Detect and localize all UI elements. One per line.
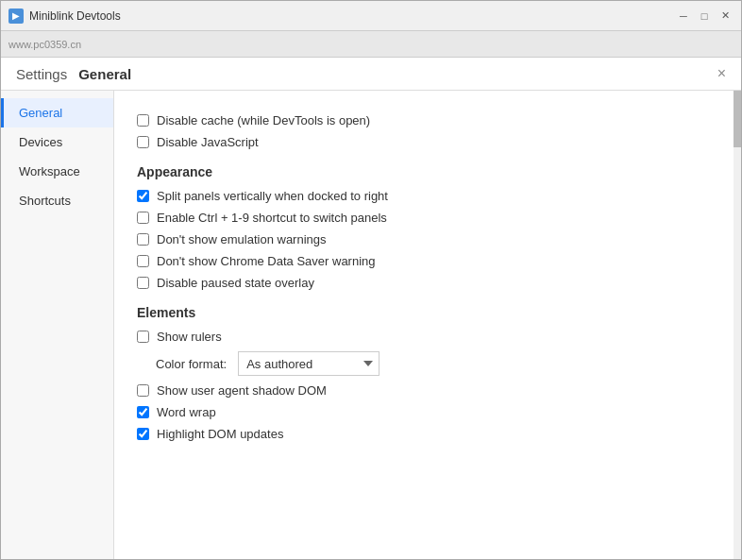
checkbox-row-shadow-dom: Show user agent shadow DOM [137, 383, 711, 398]
title-bar-left: ▶ Miniblink Devtools [8, 8, 121, 24]
header-bar: Settings General × [1, 58, 741, 91]
disable-cache-checkbox[interactable] [137, 114, 149, 127]
devtools-window: ▶ Miniblink Devtools ─ □ ✕ www.pc0359.cn… [0, 0, 742, 560]
sidebar-item-shortcuts-label: Shortcuts [19, 194, 71, 208]
checkbox-row-data-saver-warning: Don't show Chrome Data Saver warning [137, 254, 711, 268]
checkbox-row-split-panels: Split panels vertically when docked to r… [137, 189, 711, 203]
data-saver-warning-checkbox[interactable] [137, 255, 149, 267]
highlight-dom-label[interactable]: Highlight DOM updates [157, 427, 283, 441]
header-close-button[interactable]: × [717, 65, 726, 82]
checkbox-row-disable-cache: Disable cache (while DevTools is open) [137, 113, 711, 127]
sidebar: General Devices Workspace Shortcuts [1, 91, 114, 559]
appearance-section-title: Appearance [137, 164, 711, 179]
checkbox-row-word-wrap: Word wrap [137, 405, 711, 419]
disable-js-label[interactable]: Disable JavaScript [157, 135, 259, 149]
main-content: Disable cache (while DevTools is open) D… [114, 91, 734, 559]
sidebar-item-general-label: General [19, 106, 62, 120]
data-saver-warning-label[interactable]: Don't show Chrome Data Saver warning [157, 254, 376, 268]
title-bar-controls: ─ □ ✕ [675, 8, 734, 24]
color-format-label: Color format: [156, 357, 227, 371]
checkbox-row-disable-js: Disable JavaScript [137, 135, 711, 149]
word-wrap-label[interactable]: Word wrap [157, 405, 216, 419]
scrollbar-track [734, 91, 741, 559]
color-format-row: Color format: As authored HEX RGB HSL [137, 351, 711, 376]
sidebar-item-general[interactable]: General [1, 98, 113, 127]
title-bar: ▶ Miniblink Devtools ─ □ ✕ [1, 1, 741, 31]
checkbox-row-ctrl-shortcut: Enable Ctrl + 1-9 shortcut to switch pan… [137, 211, 711, 225]
page-title: General [78, 66, 131, 82]
minimize-button[interactable]: ─ [675, 8, 692, 24]
ctrl-shortcut-checkbox[interactable] [137, 212, 149, 224]
sidebar-item-workspace-label: Workspace [19, 164, 80, 178]
disable-js-checkbox[interactable] [137, 136, 149, 148]
settings-label: Settings [16, 66, 67, 82]
window-close-button[interactable]: ✕ [717, 8, 734, 24]
scrollbar-thumb[interactable] [734, 91, 741, 147]
checkbox-row-show-rulers: Show rulers [137, 330, 711, 344]
sidebar-item-devices-label: Devices [19, 135, 62, 149]
content-area: General Devices Workspace Shortcuts Disa… [1, 91, 741, 559]
color-format-select[interactable]: As authored HEX RGB HSL [238, 351, 379, 376]
sidebar-item-shortcuts[interactable]: Shortcuts [1, 186, 113, 215]
maximize-button[interactable]: □ [696, 8, 713, 24]
ctrl-shortcut-label[interactable]: Enable Ctrl + 1-9 shortcut to switch pan… [157, 211, 387, 225]
highlight-dom-checkbox[interactable] [137, 428, 149, 440]
watermark-text: www.pc0359.cn [8, 39, 81, 50]
sidebar-item-devices[interactable]: Devices [1, 127, 113, 157]
app-icon: ▶ [8, 8, 24, 24]
checkbox-row-paused-overlay: Disable paused state overlay [137, 276, 711, 290]
emulation-warnings-checkbox[interactable] [137, 233, 149, 246]
split-panels-label[interactable]: Split panels vertically when docked to r… [157, 189, 388, 203]
shadow-dom-label[interactable]: Show user agent shadow DOM [157, 383, 327, 398]
show-rulers-label[interactable]: Show rulers [157, 330, 222, 344]
show-rulers-checkbox[interactable] [137, 331, 149, 343]
disable-cache-label[interactable]: Disable cache (while DevTools is open) [157, 113, 370, 127]
shadow-dom-checkbox[interactable] [137, 384, 149, 397]
window-title: Miniblink Devtools [29, 9, 121, 23]
watermark-bar: www.pc0359.cn [1, 31, 741, 58]
checkbox-row-highlight-dom: Highlight DOM updates [137, 427, 711, 441]
word-wrap-checkbox[interactable] [137, 406, 149, 418]
elements-section-title: Elements [137, 305, 711, 320]
sidebar-item-workspace[interactable]: Workspace [1, 157, 113, 186]
paused-overlay-label[interactable]: Disable paused state overlay [157, 276, 314, 290]
split-panels-checkbox[interactable] [137, 190, 149, 202]
checkbox-row-emulation-warnings: Don't show emulation warnings [137, 232, 711, 246]
paused-overlay-checkbox[interactable] [137, 277, 149, 289]
emulation-warnings-label[interactable]: Don't show emulation warnings [157, 232, 327, 246]
